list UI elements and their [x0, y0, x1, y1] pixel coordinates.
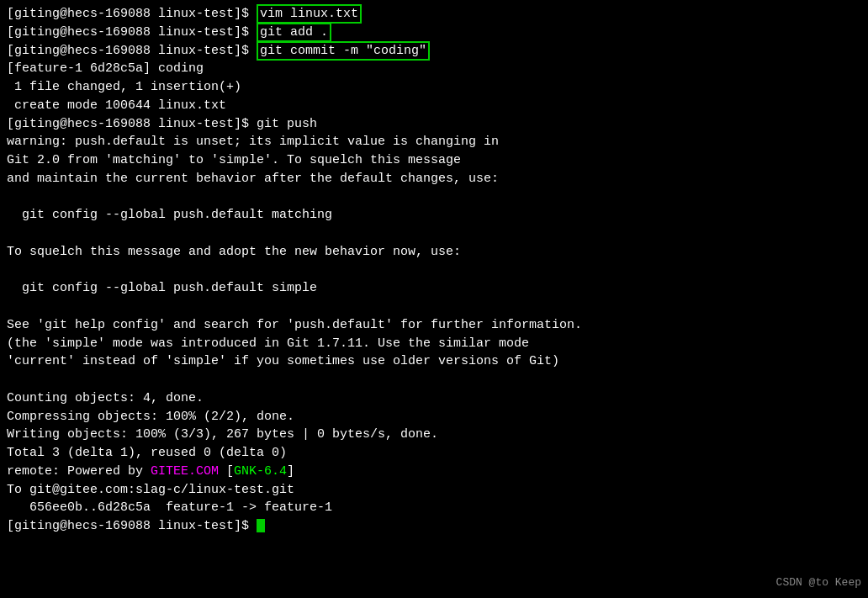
terminal-line-4: [feature-1 6d28c5a] coding	[7, 60, 861, 78]
watermark: CSDN @to Keep	[776, 575, 861, 591]
terminal-line-8: warning: push.default is unset; its impl…	[7, 133, 861, 151]
terminal-line-18: See 'git help config' and search for 'pu…	[7, 316, 861, 335]
terminal-line-16: git config --global push.default simple	[7, 279, 861, 298]
terminal-line-27: To git@gitee.com:slag-c/linux-test.git	[7, 481, 861, 500]
highlight-box: vim linux.txt	[257, 4, 362, 24]
gnk-text: GNK-6.4	[234, 464, 287, 479]
terminal-line-19: (the 'simple' mode was introduced in Git…	[7, 335, 861, 353]
terminal-line-6: create mode 100644 linux.txt	[7, 97, 861, 115]
terminal-line-11	[7, 188, 861, 207]
terminal: [giting@hecs-169088 linux-test]$ vim lin…	[0, 0, 868, 598]
terminal-line-24: Writing objects: 100% (3/3), 267 bytes |…	[7, 426, 861, 444]
terminal-line-28: 656ee0b..6d28c5a feature-1 -> feature-1	[7, 499, 861, 517]
terminal-line-1: [giting@hecs-169088 linux-test]$ vim lin…	[7, 5, 861, 24]
terminal-line-25: Total 3 (delta 1), reused 0 (delta 0)	[7, 444, 861, 463]
terminal-line-2: [giting@hecs-169088 linux-test]$ git add…	[7, 24, 861, 42]
terminal-line-9: Git 2.0 from 'matching' to 'simple'. To …	[7, 151, 861, 170]
terminal-line-5: 1 file changed, 1 insertion(+)	[7, 78, 861, 97]
terminal-line-23: Compressing objects: 100% (2/2), done.	[7, 408, 861, 426]
terminal-line-14: To squelch this message and adopt the ne…	[7, 243, 861, 262]
terminal-line-17	[7, 298, 861, 316]
terminal-line-20: 'current' instead of 'simple' if you som…	[7, 352, 861, 371]
terminal-line-7: [giting@hecs-169088 linux-test]$ git pus…	[7, 115, 861, 134]
terminal-line-3: [giting@hecs-169088 linux-test]$ git com…	[7, 42, 861, 61]
terminal-line-29: [giting@hecs-169088 linux-test]$	[7, 517, 861, 536]
gitee-text: GITEE.COM	[151, 464, 219, 479]
terminal-line-13	[7, 225, 861, 243]
terminal-line-15	[7, 262, 861, 280]
terminal-line-10: and maintain the current behavior after …	[7, 170, 861, 188]
terminal-line-21	[7, 371, 861, 389]
terminal-line-22: Counting objects: 4, done.	[7, 389, 861, 408]
terminal-line-26: remote: Powered by GITEE.COM [GNK-6.4]	[7, 463, 861, 481]
terminal-line-12: git config --global push.default matchin…	[7, 206, 861, 225]
terminal-cursor	[257, 519, 265, 532]
